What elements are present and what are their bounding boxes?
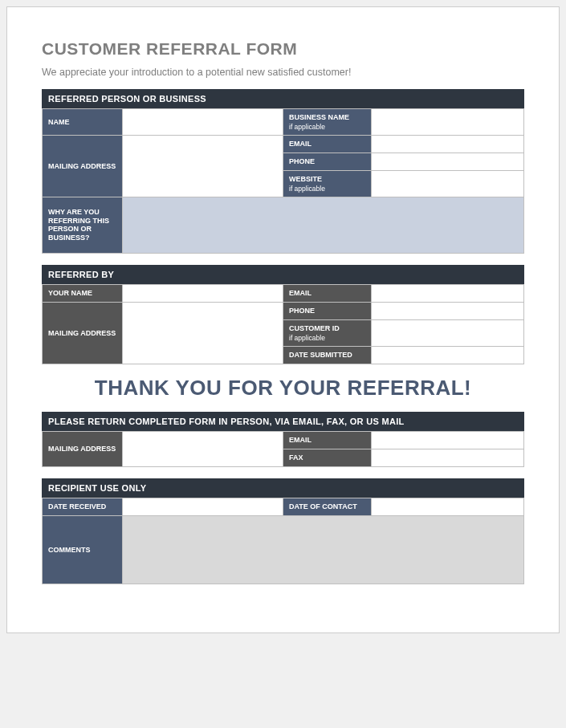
section-referred-by: REFERRED BY YOUR NAME EMAIL MAILING ADDR… <box>42 265 524 364</box>
section2-header: REFERRED BY <box>42 265 524 284</box>
input-yourname[interactable] <box>123 284 283 302</box>
input-phone2[interactable] <box>372 302 524 319</box>
input-mailing[interactable] <box>123 135 283 197</box>
label-phone2: PHONE <box>283 302 372 319</box>
intro-text: We appreciate your introduction to a pot… <box>42 67 524 78</box>
label-business-text: BUSINESS NAME <box>289 113 349 121</box>
label-yourname: YOUR NAME <box>43 284 123 302</box>
input-date-received[interactable] <box>123 498 283 515</box>
input-email3[interactable] <box>372 431 524 449</box>
input-mailing3[interactable] <box>123 431 283 466</box>
section-referred-person: REFERRED PERSON OR BUSINESS NAME BUSINES… <box>42 89 524 254</box>
label-date-submitted: DATE SUBMITTED <box>283 346 372 364</box>
input-date-submitted[interactable] <box>372 346 524 364</box>
label-mailing2: MAILING ADDRESS <box>43 302 123 364</box>
label-mailing: MAILING ADDRESS <box>43 135 123 197</box>
input-why[interactable] <box>123 197 524 253</box>
form-title: CUSTOMER REFERRAL FORM <box>42 39 524 59</box>
section3-header: PLEASE RETURN COMPLETED FORM IN PERSON, … <box>42 412 524 431</box>
label-comments: COMMENTS <box>43 515 123 584</box>
section1-header: REFERRED PERSON OR BUSINESS <box>42 89 524 108</box>
label-email3: EMAIL <box>283 431 372 449</box>
label-mailing3: MAILING ADDRESS <box>43 431 123 466</box>
input-phone[interactable] <box>372 153 524 170</box>
section4-table: DATE RECEIVED DATE OF CONTACT COMMENTS <box>42 498 524 584</box>
label-custid: CUSTOMER ID if applicable <box>283 319 372 346</box>
label-fax: FAX <box>283 449 372 466</box>
form-page: CUSTOMER REFERRAL FORM We appreciate you… <box>6 6 560 633</box>
label-custid-sub: if applicable <box>289 334 365 342</box>
section-return: PLEASE RETURN COMPLETED FORM IN PERSON, … <box>42 412 524 467</box>
label-website-text: WEBSITE <box>289 175 322 183</box>
input-mailing2[interactable] <box>123 302 283 364</box>
thank-you-heading: THANK YOU FOR YOUR REFERRAL! <box>42 376 524 401</box>
label-phone: PHONE <box>283 153 372 170</box>
input-email[interactable] <box>372 135 524 153</box>
label-name: NAME <box>43 109 123 136</box>
label-email: EMAIL <box>283 135 372 153</box>
input-fax[interactable] <box>372 449 524 466</box>
section2-table: YOUR NAME EMAIL MAILING ADDRESS PHONE CU… <box>42 284 524 364</box>
section3-table: MAILING ADDRESS EMAIL FAX <box>42 431 524 467</box>
input-website[interactable] <box>372 170 524 197</box>
label-why: WHY ARE YOU REFERRING THIS PERSON OR BUS… <box>43 197 123 253</box>
input-email2[interactable] <box>372 284 524 302</box>
section1-table: NAME BUSINESS NAME if applicable MAILING… <box>42 108 524 254</box>
label-business: BUSINESS NAME if applicable <box>283 109 372 136</box>
input-custid[interactable] <box>372 319 524 346</box>
label-website-sub: if applicable <box>289 185 365 193</box>
label-business-sub: if applicable <box>289 123 365 131</box>
label-date-received: DATE RECEIVED <box>43 498 123 515</box>
input-date-contact[interactable] <box>372 498 524 515</box>
label-custid-text: CUSTOMER ID <box>289 324 340 332</box>
input-business[interactable] <box>372 109 524 136</box>
label-email2: EMAIL <box>283 284 372 302</box>
section-recipient-use: RECIPIENT USE ONLY DATE RECEIVED DATE OF… <box>42 478 524 584</box>
section4-header: RECIPIENT USE ONLY <box>42 478 524 498</box>
input-name[interactable] <box>123 109 283 136</box>
label-date-contact: DATE OF CONTACT <box>283 498 372 515</box>
input-comments[interactable] <box>123 515 524 584</box>
label-website: WEBSITE if applicable <box>283 170 372 197</box>
